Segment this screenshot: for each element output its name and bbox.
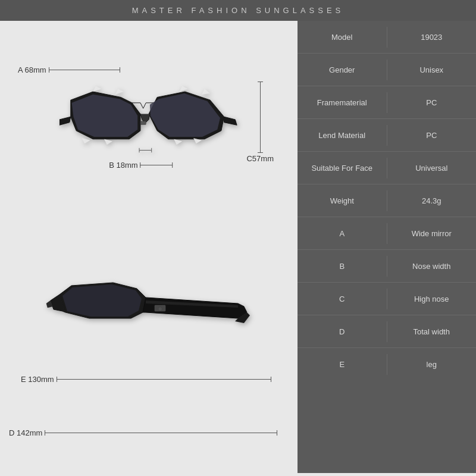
spec-label: B xyxy=(298,256,387,277)
spec-label: Model xyxy=(298,27,387,48)
spec-row: DTotal width xyxy=(298,315,476,348)
spec-row: Suitable For FaceUniversal xyxy=(298,152,476,184)
specs-table: Model19023GenderUnisexFramematerialPCLen… xyxy=(298,21,476,473)
spec-value: Unisex xyxy=(387,60,477,80)
left-panel: A 68mm xyxy=(0,21,298,473)
spec-label: D xyxy=(298,321,387,342)
glasses-side-view: ⬡ E 130mm xyxy=(12,229,286,396)
spec-value: High nose xyxy=(387,289,477,309)
spec-row: FramematerialPC xyxy=(298,86,476,119)
dimension-e: E 130mm xyxy=(21,375,274,384)
svg-text:⬡: ⬡ xyxy=(159,307,161,311)
spec-value: Total width xyxy=(387,321,477,342)
spec-label: Gender xyxy=(298,60,387,80)
spec-label: A xyxy=(298,223,387,244)
spec-row: BNose width xyxy=(298,250,476,283)
spec-row: Eleg xyxy=(298,348,476,381)
svg-rect-0 xyxy=(140,121,146,125)
spec-label: E xyxy=(298,354,387,375)
header: MASTER FASHION SUNGLASSES xyxy=(0,0,476,21)
dimension-d: D 142mm xyxy=(9,428,280,437)
glasses-side-svg: ⬡ xyxy=(42,259,256,366)
dim-c-label: C57mm xyxy=(246,154,274,163)
spec-value: PC xyxy=(387,92,477,113)
glasses-front-view: A 68mm xyxy=(12,33,286,223)
spec-label: C xyxy=(298,289,387,309)
spec-label: Lend Material xyxy=(298,125,387,146)
dimension-b: B 18mm xyxy=(109,161,175,170)
spec-row: Lend MaterialPC xyxy=(298,119,476,152)
dim-b-label: B 18mm xyxy=(109,161,137,170)
spec-label: Weight xyxy=(298,190,387,211)
spec-row: GenderUnisex xyxy=(298,54,476,86)
dim-a-label: A 68mm xyxy=(18,65,46,74)
spec-row: Weight24.3g xyxy=(298,184,476,217)
dimension-c: C57mm xyxy=(246,80,274,163)
spec-row: CHigh nose xyxy=(298,283,476,315)
spec-label: Framematerial xyxy=(298,92,387,113)
spec-row: AWide mirror xyxy=(298,217,476,250)
dim-d-label: D 142mm xyxy=(9,428,42,437)
spec-label: Suitable For Face xyxy=(298,158,387,178)
dim-e-label: E 130mm xyxy=(21,375,54,384)
spec-value: Nose width xyxy=(387,256,477,277)
spec-value: 19023 xyxy=(387,27,477,48)
header-title: MASTER FASHION SUNGLASSES xyxy=(132,6,345,15)
spec-value: Universal xyxy=(387,158,477,178)
spec-row: Model19023 xyxy=(298,21,476,54)
spec-value: PC xyxy=(387,125,477,146)
spec-value: Wide mirror xyxy=(387,223,477,244)
spec-value: 24.3g xyxy=(387,190,477,211)
spec-value: leg xyxy=(387,354,477,375)
